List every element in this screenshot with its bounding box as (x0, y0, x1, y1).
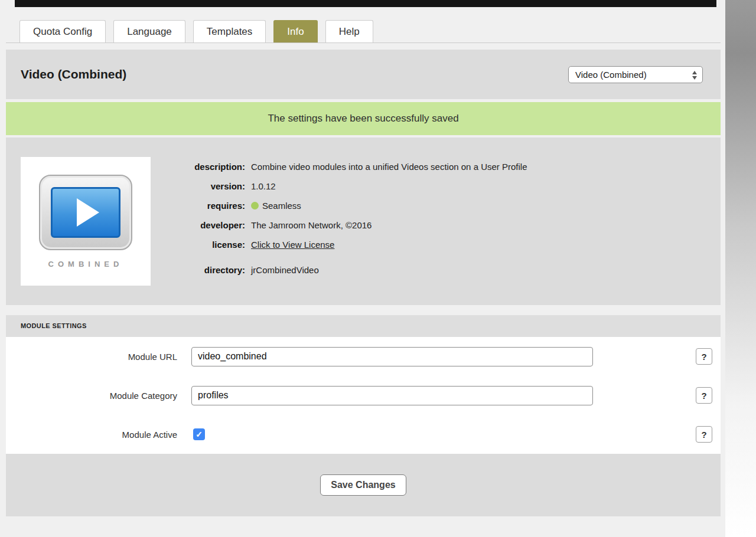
info-value: Seamless (251, 200, 301, 212)
info-row-license: license: Click to View License (171, 239, 527, 251)
tab-info[interactable]: Info (273, 20, 317, 42)
scroll-edge-gradient (725, 0, 756, 537)
module-settings-form: Module URL ? Module Category ? Module Ac… (6, 337, 721, 454)
info-label: description: (171, 161, 245, 173)
module-icon-frame (39, 175, 132, 250)
info-value: jrCombinedVideo (251, 264, 319, 276)
info-row-directory: directory: jrCombinedVideo (171, 264, 527, 276)
info-label: directory: (171, 264, 245, 276)
form-row-module-active: Module Active ✓ ? (6, 415, 721, 454)
tab-quota-config[interactable]: Quota Config (19, 20, 106, 42)
info-label: developer: (171, 220, 245, 231)
info-value: The Jamroom Network, ©2016 (251, 220, 372, 231)
info-label: license: (171, 239, 245, 251)
help-button-module-active[interactable]: ? (696, 426, 712, 443)
module-icon-caption: COMBINED (48, 260, 123, 268)
module-info-rows: description: Combine video modules into … (171, 157, 527, 305)
info-row-version: version: 1.0.12 (171, 181, 527, 192)
module-select[interactable]: Video (Combined) (568, 66, 703, 83)
page: Quota Config Language Templates Info Hel… (6, 0, 721, 516)
module-settings-header: MODULE SETTINGS (6, 315, 721, 337)
module-select-value: Video (Combined) (575, 70, 647, 80)
tab-templates[interactable]: Templates (193, 20, 266, 42)
success-banner: The settings have been successfully save… (6, 102, 721, 135)
info-label: requires: (171, 200, 245, 212)
select-arrows-icon (692, 71, 698, 80)
video-screen-icon (51, 187, 120, 238)
module-active-checkbox[interactable]: ✓ (193, 428, 205, 440)
module-header: Video (Combined) Video (Combined) (6, 50, 721, 99)
tab-help[interactable]: Help (325, 20, 373, 42)
module-info-section: COMBINED description: Combine video modu… (6, 137, 721, 305)
info-row-requires: requires: Seamless (171, 200, 527, 212)
module-category-input[interactable] (191, 386, 593, 405)
tab-bar: Quota Config Language Templates Info Hel… (6, 0, 721, 43)
info-row-developer: developer: The Jamroom Network, ©2016 (171, 220, 527, 231)
save-changes-button[interactable]: Save Changes (320, 474, 406, 496)
module-active-label: Module Active (6, 430, 177, 440)
info-label: version: (171, 181, 245, 192)
module-url-input[interactable] (191, 347, 593, 366)
tab-language[interactable]: Language (113, 20, 185, 42)
info-row-description: description: Combine video modules into … (171, 161, 527, 173)
save-bar: Save Changes (6, 454, 721, 516)
status-dot-icon (251, 202, 259, 209)
help-button-module-url[interactable]: ? (696, 348, 712, 365)
help-button-module-category[interactable]: ? (696, 387, 712, 404)
play-icon (77, 198, 99, 227)
form-row-module-category: Module Category ? (6, 376, 721, 415)
page-title: Video (Combined) (21, 67, 126, 81)
module-category-label: Module Category (6, 391, 177, 401)
info-value: 1.0.12 (251, 181, 276, 192)
module-url-label: Module URL (6, 352, 177, 362)
module-icon: COMBINED (21, 157, 151, 286)
license-link[interactable]: Click to View License (251, 240, 334, 250)
form-row-module-url: Module URL ? (6, 337, 721, 376)
info-value: Combine video modules into a unified Vid… (251, 161, 527, 173)
